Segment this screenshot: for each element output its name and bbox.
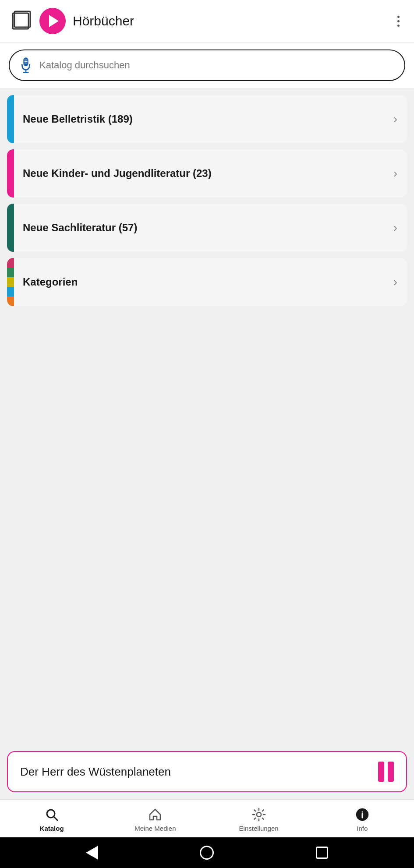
nav-label-info: Info bbox=[357, 825, 368, 832]
category-label-sachlit: Neue Sachliteratur (57) bbox=[14, 204, 393, 252]
home-nav-icon bbox=[147, 807, 163, 822]
spacer bbox=[7, 312, 407, 737]
pause-button[interactable] bbox=[378, 762, 394, 782]
category-item-neue-sachlit[interactable]: Neue Sachliteratur (57) › bbox=[7, 204, 407, 252]
category-item-kategorien[interactable]: Kategorien › bbox=[7, 258, 407, 306]
color-bar-belletristik bbox=[7, 95, 14, 143]
system-nav bbox=[0, 837, 414, 868]
category-item-neue-belletristik[interactable]: Neue Belletristik (189) › bbox=[7, 95, 407, 143]
svg-point-11 bbox=[257, 812, 261, 817]
svg-point-14 bbox=[361, 812, 363, 813]
bottom-nav: Katalog Meine Medien Einstellungen bbox=[0, 799, 414, 837]
gear-nav-icon bbox=[251, 807, 267, 822]
home-button[interactable] bbox=[200, 846, 214, 860]
play-icon bbox=[39, 8, 66, 34]
now-playing-title: Der Herr des Wüstenplaneten bbox=[20, 765, 171, 779]
mic-icon bbox=[18, 56, 33, 74]
search-bar[interactable] bbox=[9, 49, 405, 81]
nav-label-meine-medien: Meine Medien bbox=[134, 825, 176, 832]
chevron-icon-belletristik: › bbox=[393, 95, 407, 143]
app-title: Hörbücher bbox=[73, 14, 384, 28]
more-options-icon[interactable] bbox=[391, 14, 405, 28]
recents-button[interactable] bbox=[316, 847, 328, 859]
nav-label-katalog: Katalog bbox=[40, 825, 64, 832]
color-bar-kategorien bbox=[7, 258, 14, 306]
now-playing-bar[interactable]: Der Herr des Wüstenplaneten bbox=[7, 751, 407, 792]
pause-bar-right bbox=[388, 762, 394, 782]
category-label-belletristik: Neue Belletristik (189) bbox=[14, 95, 393, 143]
back-triangle-icon bbox=[86, 846, 98, 860]
color-bar-kinder bbox=[7, 149, 14, 198]
recent-square-icon bbox=[316, 847, 328, 859]
search-input[interactable] bbox=[39, 60, 396, 71]
home-circle-icon bbox=[200, 846, 214, 860]
app-header: Hörbücher bbox=[0, 0, 414, 42]
nav-item-info[interactable]: Info bbox=[311, 804, 414, 835]
svg-rect-3 bbox=[24, 58, 28, 66]
svg-line-10 bbox=[54, 817, 57, 820]
nav-item-einstellungen[interactable]: Einstellungen bbox=[207, 804, 311, 835]
category-label-kinder: Neue Kinder- und Jugendliteratur (23) bbox=[14, 149, 393, 198]
category-label-kategorien: Kategorien bbox=[14, 258, 393, 306]
category-item-neue-kinder[interactable]: Neue Kinder- und Jugendliteratur (23) › bbox=[7, 149, 407, 198]
info-nav-icon bbox=[354, 807, 370, 822]
nav-item-katalog[interactable]: Katalog bbox=[0, 804, 103, 835]
nav-item-meine-medien[interactable]: Meine Medien bbox=[103, 804, 207, 835]
book-icon bbox=[9, 9, 32, 33]
pause-bar-left bbox=[378, 762, 384, 782]
search-nav-icon bbox=[44, 807, 60, 822]
chevron-icon-kategorien: › bbox=[393, 258, 407, 306]
nav-label-einstellungen: Einstellungen bbox=[239, 825, 279, 832]
chevron-icon-kinder: › bbox=[393, 149, 407, 198]
back-button[interactable] bbox=[86, 846, 98, 860]
chevron-icon-sachlit: › bbox=[393, 204, 407, 252]
color-bar-sachlit bbox=[7, 204, 14, 252]
search-container bbox=[0, 42, 414, 88]
main-content: Neue Belletristik (189) › Neue Kinder- u… bbox=[0, 88, 414, 744]
